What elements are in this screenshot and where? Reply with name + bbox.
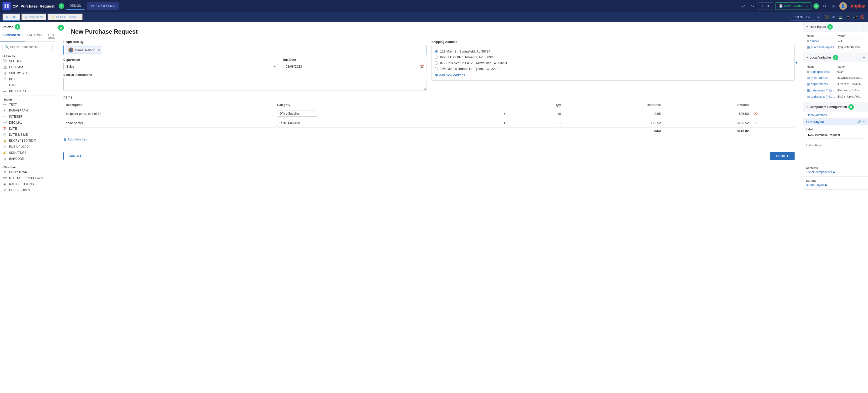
remove-user-btn[interactable]: ×	[98, 48, 100, 52]
address-option-1[interactable]: 123 Main St, Springfield, AL 36784	[435, 50, 791, 53]
category-select-2[interactable]: Office Supplies	[277, 120, 317, 126]
buttons-link[interactable]: Button Layout ▶	[806, 183, 865, 187]
add-to-address-btn[interactable]: +	[795, 60, 798, 66]
box-icon: □	[2, 77, 7, 81]
address-option-3[interactable]: 872 Park Ave Unit #179, Milwaukee, WI 53…	[435, 61, 791, 65]
local-variables-header-row: Name Value	[806, 64, 865, 69]
grid-btn[interactable]: ⊞	[830, 3, 837, 9]
palette-item-dropdown[interactable]: ▽ DROPDOWN	[0, 169, 55, 175]
left-form-col: Requested By 👤 Daniel Nelson × Departmen…	[63, 40, 427, 91]
palette-item-card[interactable]: ▭ CARD	[0, 82, 55, 88]
department-select[interactable]: Sales	[63, 63, 279, 70]
item-1-delete[interactable]: ✕	[751, 109, 795, 118]
rule-purchase-request-plus[interactable]: ⊞	[807, 45, 810, 49]
lv-categories-plus[interactable]: ⊞	[807, 89, 810, 93]
lv-addresses-plus[interactable]: ⊞	[807, 95, 810, 99]
palette-item-side-by-side[interactable]: ||| SIDE BY SIDE	[0, 70, 55, 76]
svg-rect-0	[4, 4, 6, 6]
palette-item-date-time[interactable]: 🕐 DATE & TIME	[0, 132, 55, 138]
edit-tab[interactable]: ✏ EDIT	[2, 13, 20, 21]
user-avatar[interactable]: 👤	[839, 2, 847, 10]
test-btn[interactable]: TEST	[758, 2, 773, 10]
palette-item-integer[interactable]: 123 INTEGER	[0, 113, 55, 120]
lv-adding-address-value: false	[836, 69, 865, 75]
palette-item-decimal[interactable]: 4.56 DECIMAL	[0, 120, 55, 126]
performance-tab[interactable]: ⚡ PERFORMANCE	[48, 13, 83, 21]
local-variables-link[interactable]: ↑ localVariables	[806, 113, 865, 117]
palette-item-section[interactable]: SECTION	[0, 58, 55, 64]
category-select-1[interactable]: Office Supplies	[277, 110, 317, 117]
requested-by-input[interactable]: 👤 Daniel Nelson ×	[63, 45, 427, 55]
lv-departments-plus[interactable]: ⊞	[807, 82, 810, 86]
palette-item-file-upload[interactable]: ⬆ FILE UPLOAD	[0, 144, 55, 150]
rule-inputs-header[interactable]: ▼ Rule Inputs 6 +	[803, 22, 868, 32]
lv-addresses-link[interactable]: ⊞ addresses (4 ite...	[807, 95, 835, 99]
label-input[interactable]	[806, 132, 865, 138]
search-input[interactable]	[10, 45, 50, 49]
palette-item-columns[interactable]: COLUMNS	[0, 64, 55, 70]
address-radio-1[interactable]	[435, 50, 438, 53]
lv-adding-address-link[interactable]: addingAddress	[807, 70, 835, 74]
due-date-input[interactable]	[283, 63, 427, 70]
desktop-wide-icon[interactable]: ⬛	[824, 14, 830, 20]
add-local-variable-btn[interactable]: +	[863, 55, 865, 60]
tab-patterns[interactable]: PATTERNS	[25, 32, 44, 41]
add-address-btn[interactable]: ⊕ Add New Address	[435, 73, 791, 77]
palette-item-checkboxes[interactable]: ☑ CHECKBOXES	[0, 187, 55, 193]
rule-purchase-request-link[interactable]: ⊞ purchaseRequest	[807, 45, 836, 49]
lv-categories-link[interactable]: ⊞ categories (4 ite...	[807, 89, 835, 93]
item-2-delete[interactable]: ✕	[751, 118, 795, 128]
lv-new-address-link[interactable]: ⊞ newAddress	[807, 76, 835, 80]
address-radio-3[interactable]	[435, 61, 438, 65]
address-option-2[interactable]: 62201 Oak Blvd, Phoenix, AZ 85032	[435, 55, 791, 59]
cancel-btn[interactable]: CANCEL	[63, 152, 87, 160]
palette-item-date[interactable]: 📅 DATE	[0, 126, 55, 132]
palette-item-box[interactable]: □ BOX	[0, 76, 55, 82]
desktop-icon[interactable]: 🖥	[831, 14, 836, 20]
delete-icon-1[interactable]: ✕	[754, 111, 757, 116]
palette-item-signature[interactable]: ✍ SIGNATURE	[0, 150, 55, 156]
address-radio-4[interactable]	[435, 67, 438, 70]
palette-item-text[interactable]: Abc TEXT	[0, 101, 55, 107]
file-upload-icon: ⬆	[2, 145, 7, 149]
palette-item-encrypted-text[interactable]: 🔒 ENCRYPTED TEXT	[0, 138, 55, 144]
laptop-icon[interactable]: 💻	[837, 14, 844, 20]
palette-item-multiple-dropdown[interactable]: ▽▽ MULTIPLE DROPDOWN	[0, 175, 55, 181]
contents-link[interactable]: List of Components ▶	[806, 170, 865, 174]
palette-item-billboard[interactable]: ▬ BILLBOARD	[0, 88, 55, 94]
component-config-header[interactable]: ▼ Component Configuration 8	[803, 102, 868, 112]
mobile-icon[interactable]: 📲	[852, 14, 858, 20]
special-instructions-input[interactable]	[63, 78, 427, 91]
local-variables-header[interactable]: ▼ Local Variables 7 +	[803, 53, 868, 62]
component-edit-icon[interactable]: ✏	[863, 120, 865, 124]
lv-new-address-plus[interactable]: ⊞	[807, 76, 810, 80]
tab-components[interactable]: COMPONENTS	[0, 32, 25, 41]
address-radio-2[interactable]	[435, 56, 438, 59]
undo-btn[interactable]: ↩	[740, 3, 747, 9]
selected-component-row[interactable]: Form Layout 🔗 ✏	[803, 119, 868, 125]
address-option-4[interactable]: 7950 Jones Branch Dr, Tysons, VA 22102	[435, 67, 791, 71]
tab-design-library[interactable]: DESIGN LIBRARY	[44, 32, 55, 41]
add-rule-input-btn[interactable]: +	[863, 25, 865, 29]
delete-icon-2[interactable]: ✕	[754, 121, 757, 125]
locale-select[interactable]: English (US) [...	[789, 13, 820, 21]
lv-departments-link[interactable]: ⊞ departments (5 ...	[807, 82, 835, 86]
rule-cancel-link[interactable]: cancel	[807, 39, 836, 43]
calendar-icon[interactable]: 📅	[420, 65, 424, 68]
save-changes-btn[interactable]: 💾 SAVE CHANGES	[775, 2, 811, 10]
component-link-icon[interactable]: 🔗	[857, 120, 861, 124]
redo-btn[interactable]: ↪	[749, 3, 756, 9]
preview-tab[interactable]: 👁 PREVIEW	[21, 13, 46, 21]
instructions-input[interactable]	[806, 148, 865, 160]
rule-inputs-table: Name Value cancel null	[806, 34, 865, 51]
mobile-small-icon[interactable]: 📵	[859, 14, 866, 20]
palette-item-barcode[interactable]: ||| BARCODE	[0, 156, 55, 162]
palette-item-paragraph[interactable]: ¶ PARAGRAPH	[0, 107, 55, 113]
tablet-icon[interactable]: 📱	[845, 14, 851, 20]
palette-item-radio-buttons[interactable]: ◉ RADIO BUTTONS	[0, 181, 55, 187]
submit-btn[interactable]: SUBMIT	[770, 152, 795, 160]
settings-btn[interactable]: ⚙	[821, 3, 828, 9]
design-btn[interactable]: DESIGN	[66, 2, 85, 10]
expression-btn[interactable]: </> EXPRESSION	[87, 2, 119, 10]
add-item-btn[interactable]: ⊕ Add New Item	[63, 137, 795, 142]
